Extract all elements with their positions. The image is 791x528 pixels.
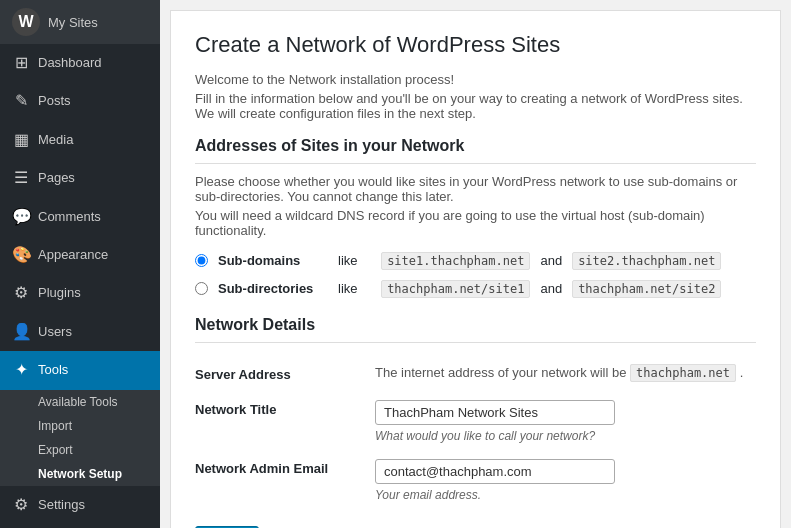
subdirectories-label: Sub-directories [218,281,328,296]
users-icon: 👤 [12,321,30,343]
server-address-suffix: . [740,365,744,380]
admin-email-input[interactable] [375,459,615,484]
appearance-icon: 🎨 [12,244,30,266]
tools-icon: ✦ [12,359,30,381]
network-title-cell: What would you like to call your network… [375,392,756,451]
tools-submenu: Available Tools Import Export Network Se… [0,390,160,486]
sidebar-item-label: Tools [38,361,68,379]
sidebar-item-posts[interactable]: ✎ Posts [0,82,160,120]
server-address-cell: The internet address of your network wil… [375,357,756,392]
sidebar-item-settings[interactable]: ⚙ Settings [0,486,160,524]
subdomains-example-prefix: like [338,253,358,268]
intro-line1: Welcome to the Network installation proc… [195,72,756,87]
sidebar-subitem-network-setup[interactable]: Network Setup [0,462,160,486]
subdirectories-example2: thachpham.net/site2 [572,280,721,298]
subdirectories-radio[interactable] [195,282,208,295]
subdomains-sep: and [540,253,562,268]
subdirectories-option: Sub-directories like thachpham.net/site1… [195,280,756,298]
subdomains-label: Sub-domains [218,253,328,268]
subdomains-option: Sub-domains like site1.thachpham.net and… [195,252,756,270]
subdirectories-example1: thachpham.net/site1 [381,280,530,298]
subdomains-example2: site2.thachpham.net [572,252,721,270]
admin-email-label: Network Admin Email [195,451,375,510]
sidebar-item-label: Appearance [38,246,108,264]
network-title-label: Network Title [195,392,375,451]
wp-icon: W [12,8,40,36]
server-address-label: Server Address [195,357,375,392]
sidebar-item-media[interactable]: ▦ Media [0,121,160,159]
network-details-title: Network Details [195,316,756,343]
server-address-value: thachpham.net [630,364,736,382]
settings-icon: ⚙ [12,494,30,516]
subdomains-example1: site1.thachpham.net [381,252,530,270]
intro-line2: Fill in the information below and you'll… [195,91,756,121]
collapse-menu[interactable]: ◀ Collapse menu [0,524,160,528]
posts-icon: ✎ [12,90,30,112]
sidebar-item-label: Comments [38,208,101,226]
network-title-input[interactable] [375,400,615,425]
sidebar-item-tools[interactable]: ✦ Tools [0,351,160,389]
network-title-hint: What would you like to call your network… [375,429,756,443]
admin-email-cell: Your email address. [375,451,756,510]
sidebar-logo-text: My Sites [48,15,98,30]
plugins-icon: ⚙ [12,282,30,304]
sidebar-logo: W My Sites [0,0,160,44]
sidebar-item-label: Plugins [38,284,81,302]
sidebar-subitem-export[interactable]: Export [0,438,160,462]
sidebar-item-label: Pages [38,169,75,187]
addresses-section-title: Addresses of Sites in your Network [195,137,756,164]
addresses-dns-note: You will need a wildcard DNS record if y… [195,208,756,238]
sidebar-item-appearance[interactable]: 🎨 Appearance [0,236,160,274]
page-title: Create a Network of WordPress Sites [195,31,756,60]
sidebar: W My Sites ⊞ Dashboard ✎ Posts ▦ Media ☰… [0,0,160,528]
sidebar-item-label: Dashboard [38,54,102,72]
addresses-desc: Please choose whether you would like sit… [195,174,756,204]
sidebar-item-label: Media [38,131,73,149]
sidebar-item-pages[interactable]: ☰ Pages [0,159,160,197]
network-title-row: Network Title What would you like to cal… [195,392,756,451]
pages-icon: ☰ [12,167,30,189]
subdirectories-example-prefix: like [338,281,358,296]
sidebar-item-dashboard[interactable]: ⊞ Dashboard [0,44,160,82]
sidebar-item-label: Users [38,323,72,341]
sidebar-item-users[interactable]: 👤 Users [0,313,160,351]
sidebar-item-plugins[interactable]: ⚙ Plugins [0,274,160,312]
sidebar-subitem-import[interactable]: Import [0,414,160,438]
admin-email-row: Network Admin Email Your email address. [195,451,756,510]
sidebar-subitem-available-tools[interactable]: Available Tools [0,390,160,414]
comments-icon: 💬 [12,206,30,228]
dashboard-icon: ⊞ [12,52,30,74]
subdomains-radio[interactable] [195,254,208,267]
sidebar-item-label: Settings [38,496,85,514]
subdirectories-sep: and [540,281,562,296]
server-address-row: Server Address The internet address of y… [195,357,756,392]
main-inner: Create a Network of WordPress Sites Welc… [170,10,781,528]
network-details-table: Server Address The internet address of y… [195,357,756,510]
main-content: Create a Network of WordPress Sites Welc… [160,0,791,528]
admin-email-hint: Your email address. [375,488,756,502]
server-address-prefix: The internet address of your network wil… [375,365,626,380]
sidebar-item-label: Posts [38,92,71,110]
sidebar-item-comments[interactable]: 💬 Comments [0,198,160,236]
media-icon: ▦ [12,129,30,151]
